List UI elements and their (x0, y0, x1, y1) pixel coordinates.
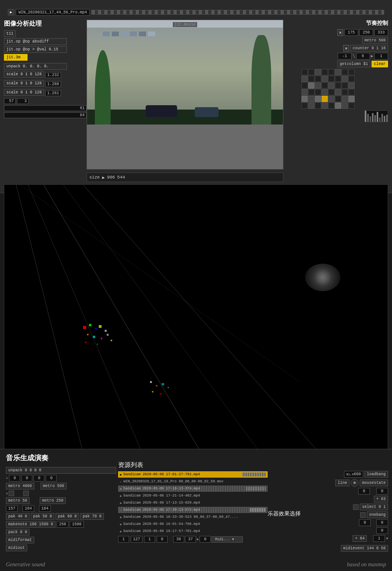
grid-cell[interactable] (301, 89, 308, 95)
scale2-node[interactable]: scale 0 1 0 128 (4, 80, 44, 87)
grid-cell[interactable] (335, 69, 341, 75)
rc-num36[interactable]: 36 (173, 536, 184, 543)
grid-cell-yellow[interactable] (322, 96, 328, 102)
counter-label[interactable]: counter 0 1 16 (350, 45, 388, 52)
neg1-box[interactable]: -1 (338, 53, 351, 60)
midiout-label[interactable]: midiout (6, 545, 27, 551)
num3-box[interactable]: 3 (17, 98, 29, 104)
grid-cell[interactable] (342, 89, 348, 95)
metro50-label[interactable]: metro 50 (6, 497, 30, 504)
grid-cell[interactable] (322, 102, 328, 109)
resource-item-0[interactable]: ▶ bandicam 2020-05-06 17-01-27-791.mp4 (118, 471, 268, 478)
grid-cell[interactable] (328, 69, 335, 75)
val1b-box[interactable]: 1 (373, 535, 385, 542)
num0-1-box[interactable]: 0 (9, 475, 20, 482)
num164-1-box[interactable]: 164 (22, 505, 34, 512)
select-box[interactable]: select 0 1 (360, 504, 388, 510)
num250-box[interactable]: 250 (57, 521, 68, 528)
grid-cell[interactable] (315, 102, 321, 109)
rc-num0[interactable]: 0 (157, 536, 168, 543)
rc-num1b[interactable]: 1 (144, 536, 155, 543)
num1r-box[interactable]: 1 (374, 53, 388, 60)
mousestate-box[interactable]: mousestate (360, 480, 388, 486)
grid-cell[interactable] (328, 89, 335, 95)
plus64-box[interactable]: + 64 (353, 535, 367, 542)
grid-cell[interactable] (348, 102, 355, 109)
midievent-box[interactable]: midievent 144 0 56 (341, 545, 388, 552)
num1500-box[interactable]: 1500 (70, 521, 84, 528)
num0-4-box[interactable]: 0 (46, 475, 57, 482)
loadbang-box[interactable]: loadbang (364, 471, 388, 478)
grid-cell[interactable] (348, 96, 355, 102)
grid-cell[interactable] (342, 102, 348, 109)
rc-num1[interactable]: 1 (118, 536, 129, 543)
resource-item-5[interactable]: ▶ bandicam 2020-05-06 17-39-13-572.mp4 (118, 507, 268, 513)
resource-item-6[interactable]: ▶ bandicam 2020-05-06 18-33-38-523 00_06… (118, 514, 268, 520)
grid-cell[interactable] (315, 96, 321, 102)
grid-cell[interactable] (328, 82, 335, 89)
grid-cell[interactable] (308, 69, 314, 75)
grid-cell[interactable] (301, 76, 308, 82)
resource-item-8[interactable]: ▶ bandicam 2020-05-06 16-17-57-701.mp4 (118, 528, 268, 534)
val0e-box[interactable]: 0 (376, 527, 388, 534)
grid-cell[interactable] (315, 89, 321, 95)
grid-cell[interactable] (335, 82, 341, 89)
grid-cell[interactable] (328, 96, 335, 102)
grid-cell[interactable] (322, 76, 328, 82)
rc-num37[interactable]: 37 (185, 536, 196, 543)
midi-select[interactable]: Midi... ▼ (211, 536, 243, 543)
num64-box[interactable]: 64 (4, 112, 87, 118)
unpack-node[interactable]: unpack 0. 0. 0. 0. (4, 63, 67, 70)
grid-cell[interactable] (335, 76, 341, 82)
pak1-label[interactable]: pak 40 0 (6, 513, 30, 520)
grid-cell[interactable] (328, 76, 335, 82)
grid-matrix[interactable] (301, 69, 388, 109)
close-x-button[interactable]: ✕ (337, 29, 343, 36)
grid-cell[interactable] (315, 82, 321, 89)
scale3-node[interactable]: scale 0 1 0 128 (4, 89, 44, 96)
grid-cell[interactable] (308, 102, 314, 109)
grid-cell[interactable] (322, 82, 328, 89)
grid-cell[interactable] (342, 69, 348, 75)
grid-cell[interactable] (348, 82, 355, 89)
num0-3-box[interactable]: 0 (33, 475, 44, 482)
val0d-box[interactable]: 0 (376, 519, 388, 526)
line-box[interactable]: line (335, 480, 349, 486)
resource-item-1[interactable]: ▶ WIN_20200320_17_01_19_Pro 00_00_00-00_… (118, 478, 268, 485)
num0-2-box[interactable]: 0 (21, 475, 32, 482)
rhythm-val3[interactable]: 333 (374, 29, 388, 36)
grid-cell[interactable] (301, 102, 308, 109)
onebang-box[interactable]: onebang (367, 511, 388, 518)
jit3m-node[interactable]: jit.3m (4, 54, 28, 61)
metro4000-label[interactable]: metro 4000 (6, 483, 34, 489)
clear-button[interactable]: clear (372, 61, 388, 67)
grid-cell[interactable] (301, 69, 308, 75)
pak2-label[interactable]: pak 50 0 (31, 513, 54, 520)
video-progress-bar[interactable] (91, 10, 384, 15)
num6-box[interactable]: 6 (356, 53, 370, 60)
grid-cell[interactable] (348, 89, 355, 95)
grid-cell[interactable] (308, 82, 314, 89)
counter-x-button[interactable]: ✕ (343, 45, 349, 52)
getcolumn-label[interactable]: getcolumn $1 (337, 61, 370, 67)
rhythm-val1[interactable]: 175 (344, 29, 358, 36)
t11-node[interactable]: t11 (4, 30, 16, 37)
val0b-box[interactable]: 0 (376, 488, 388, 495)
grid-cell[interactable] (342, 82, 348, 89)
rc-num0b[interactable]: 0 (200, 536, 211, 543)
metro-label[interactable]: metro 500 (362, 37, 388, 44)
jit-op-absdiff-node[interactable]: jit.op @op absdiff (4, 38, 67, 45)
pak4-label[interactable]: pak 70 0 (80, 513, 104, 520)
grid-cell[interactable] (348, 76, 355, 82)
scale1-node[interactable]: scale 0 1 0 128 (4, 71, 44, 78)
grid-cell[interactable] (301, 96, 308, 102)
metro250-label[interactable]: metro 250 (40, 497, 66, 504)
num164-2-box[interactable]: 164 (39, 505, 51, 512)
grid-cell[interactable] (335, 102, 341, 109)
grid-cell[interactable] (335, 89, 341, 95)
grid-cell[interactable] (342, 76, 348, 82)
midiformat-label[interactable]: midiformat (6, 537, 34, 543)
resource-item-3[interactable]: ▶ bandicam 2020-05-06 17-21-14-402.mp4 (118, 493, 268, 499)
num61-box[interactable]: 61 (4, 105, 87, 111)
grid-cell[interactable] (315, 76, 321, 82)
